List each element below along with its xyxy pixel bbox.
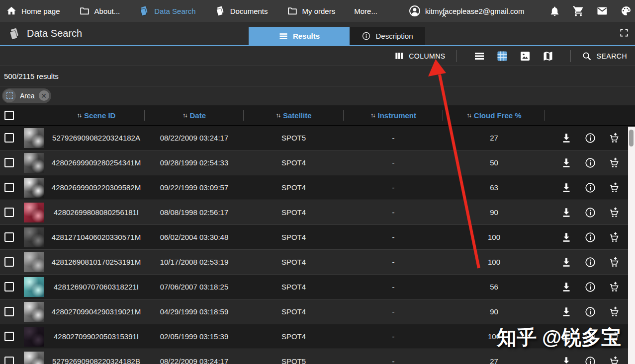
image-view-button[interactable] (519, 50, 531, 62)
add-to-cart-button[interactable] (608, 356, 620, 364)
tab-bar: Results Description × (249, 27, 425, 45)
info-button[interactable] (584, 331, 596, 343)
download-button[interactable] (560, 157, 572, 169)
column-header-cloud-free[interactable]: ↑↓Cloud Free % (443, 105, 545, 125)
download-button[interactable] (560, 356, 572, 364)
row-checkbox[interactable] (4, 232, 14, 242)
nav-data-search[interactable]: Data Search (139, 5, 195, 16)
scene-thumbnail[interactable] (24, 327, 44, 347)
info-button[interactable] (584, 207, 596, 218)
download-button[interactable] (560, 331, 572, 343)
add-to-cart-button[interactable] (608, 331, 620, 343)
account-menu[interactable]: kitmyfaceplease2@gmail.com (408, 4, 524, 17)
scene-thumbnail[interactable] (24, 227, 44, 247)
close-tab-button[interactable]: × (442, 11, 447, 19)
add-to-cart-button[interactable] (608, 182, 620, 194)
info-button[interactable] (584, 356, 596, 364)
table-row[interactable]: 52792690908220324182B 08/22/2009 03:24:1… (0, 349, 635, 364)
notifications-button[interactable] (549, 5, 560, 17)
download-button[interactable] (560, 256, 572, 268)
table-row[interactable]: 42802699909280254341M 09/28/1999 02:54:3… (0, 150, 635, 175)
download-button[interactable] (560, 281, 572, 293)
grid-view-button[interactable] (496, 50, 508, 62)
column-header-instrument[interactable]: ↑↓Instrument (344, 105, 443, 125)
nav-home-page[interactable]: Home page (6, 5, 60, 16)
row-checkbox[interactable] (4, 357, 14, 364)
download-button[interactable] (560, 182, 572, 194)
info-icon (584, 281, 596, 293)
row-checkbox[interactable] (4, 158, 14, 167)
info-button[interactable] (584, 231, 596, 243)
scene-thumbnail[interactable] (24, 277, 44, 297)
add-to-cart-button[interactable] (608, 256, 620, 268)
scene-thumbnail[interactable] (24, 352, 44, 364)
table-row[interactable]: 42812690810170253191M 10/17/2008 02:53:1… (0, 250, 635, 275)
table-row[interactable]: 42802699808080256181I 08/08/1998 02:56:1… (0, 200, 635, 225)
fullscreen-button[interactable] (619, 28, 629, 40)
add-to-cart-button[interactable] (608, 231, 620, 243)
map-view-button[interactable] (542, 50, 554, 62)
satellite-cell: SPOT4 (244, 158, 344, 167)
tab-results[interactable]: Results (249, 27, 350, 45)
satellite-cell: SPOT4 (244, 233, 344, 241)
table-row[interactable]: 42802709902050315391I 02/05/1999 03:15:3… (0, 324, 635, 349)
table-row[interactable]: 42802699909220309582M 09/22/1999 03:09:5… (0, 175, 635, 200)
table-row[interactable]: 52792690908220324182A 08/22/2009 03:24:1… (0, 126, 635, 150)
add-to-cart-button[interactable] (608, 281, 620, 293)
row-checkbox[interactable] (4, 183, 14, 192)
download-button[interactable] (560, 306, 572, 318)
info-button[interactable] (584, 306, 596, 318)
table-row[interactable]: 42802709904290319021M 04/29/1999 03:18:5… (0, 299, 635, 324)
columns-button[interactable]: COLUMNS (394, 51, 446, 61)
add-to-cart-button[interactable] (608, 132, 620, 144)
list-view-button[interactable] (473, 50, 485, 62)
scene-thumbnail[interactable] (24, 252, 44, 272)
add-to-cart-button[interactable] (608, 306, 620, 318)
nav-about[interactable]: About... (79, 5, 120, 16)
column-header-satellite[interactable]: ↑↓Satellite (244, 105, 344, 125)
scrollbar-thumb[interactable] (629, 130, 634, 146)
column-header-date[interactable]: ↑↓Date (145, 105, 244, 125)
add-to-cart-button[interactable] (608, 157, 620, 169)
search-icon (582, 51, 592, 61)
add-to-cart-button[interactable] (608, 207, 620, 218)
info-button[interactable] (584, 157, 596, 169)
download-button[interactable] (560, 207, 572, 218)
area-filter-chip[interactable]: Area ✕ (2, 88, 51, 103)
download-button[interactable] (560, 132, 572, 144)
table-row[interactable]: 42812690707060318221I 07/06/2007 03:18:2… (0, 275, 635, 299)
table-row[interactable]: 42812710406020330571M 06/02/2004 03:30:4… (0, 225, 635, 250)
list-icon (278, 31, 288, 41)
row-checkbox[interactable] (4, 208, 14, 217)
sort-icon: ↑↓ (275, 112, 280, 119)
scene-thumbnail[interactable] (24, 302, 44, 322)
download-icon (560, 356, 572, 364)
search-button[interactable]: SEARCH (582, 51, 627, 61)
row-checkbox[interactable] (4, 133, 14, 143)
select-all-checkbox[interactable] (4, 111, 14, 120)
remove-area-filter-button[interactable]: ✕ (39, 90, 49, 101)
messages-button[interactable] (596, 5, 608, 17)
row-checkbox[interactable] (4, 332, 14, 341)
info-button[interactable] (584, 182, 596, 194)
download-button[interactable] (560, 231, 572, 243)
info-button[interactable] (584, 281, 596, 293)
instrument-cell: - (344, 233, 443, 241)
scene-thumbnail[interactable] (24, 128, 44, 148)
scene-thumbnail[interactable] (24, 153, 44, 173)
scene-thumbnail[interactable] (24, 203, 44, 222)
scene-thumbnail[interactable] (24, 178, 44, 198)
theme-button[interactable] (620, 5, 632, 17)
row-checkbox[interactable] (4, 307, 14, 316)
vertical-scrollbar[interactable] (628, 127, 635, 364)
info-button[interactable] (584, 256, 596, 268)
nav-more[interactable]: More... (354, 7, 377, 15)
tab-description[interactable]: Description (350, 27, 425, 45)
row-checkbox[interactable] (4, 282, 14, 291)
nav-documents[interactable]: Documents (215, 5, 268, 16)
nav-my-orders[interactable]: My orders (287, 5, 336, 16)
row-checkbox[interactable] (4, 257, 14, 267)
cart-button[interactable] (572, 5, 584, 17)
info-button[interactable] (584, 132, 596, 144)
column-header-scene-id[interactable]: ↑↓Scene ID (48, 105, 145, 125)
